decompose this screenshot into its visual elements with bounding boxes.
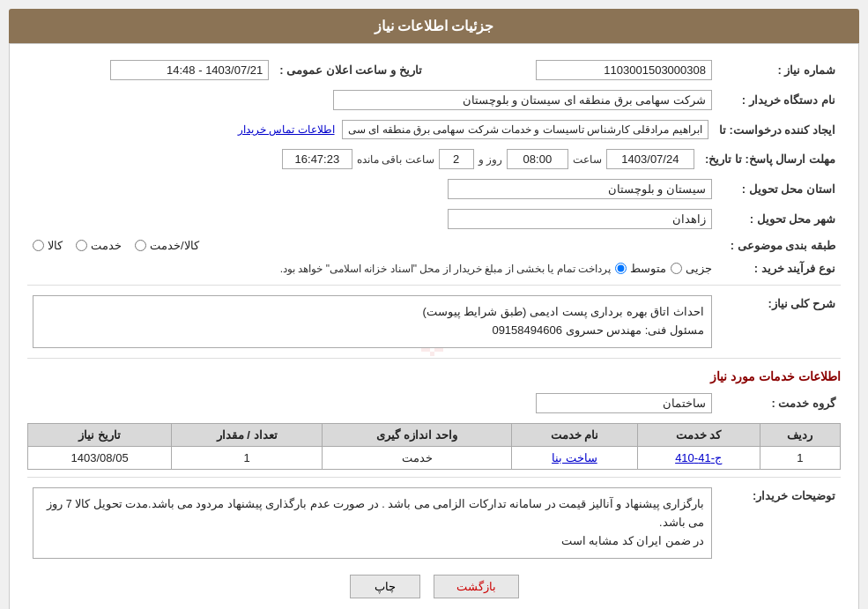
info-gorohe: گروه خدمت : ساختمان <box>27 390 841 416</box>
shahr-value: زاهدان <box>27 206 717 232</box>
sharh-value: احداث اتاق بهره برداری پست ادیمی (طبق شر… <box>27 293 717 351</box>
mohlat-time: 08:00 <box>507 149 568 169</box>
saeat-label: ساعت <box>573 153 602 166</box>
radio-motevasset[interactable] <box>615 263 627 274</box>
cell-naam[interactable]: ساخت بنا <box>512 446 637 469</box>
info-notes: توضیحات خریدار: بارگزاری پیشنهاد و آنالی… <box>27 485 841 562</box>
radio-kala[interactable] <box>33 240 44 251</box>
mohlat-date: 1403/07/24 <box>606 149 694 169</box>
radio-kala-item[interactable]: کالا <box>33 239 63 252</box>
radio-jozi[interactable] <box>671 263 682 274</box>
print-button[interactable]: چاپ <box>350 575 420 598</box>
info-sharh: شرح کلی نیاز: احداث اتاق بهره برداری پست… <box>27 293 841 351</box>
content-area: شماره نیاز : 1103001503000308 تاریخ و سا… <box>27 57 841 598</box>
back-button[interactable]: بازگشت <box>434 575 519 598</box>
radio-kala-label: کالا <box>48 239 63 252</box>
remaining-label: ساعت باقی مانده <box>357 153 434 166</box>
nam-dastgah-box: شرکت سهامی برق منطقه ای سیستان و بلوچستا… <box>333 90 712 110</box>
cell-vahed: خدمت <box>322 446 511 469</box>
service-section-title: اطلاعات خدمات مورد نیاز <box>27 369 841 383</box>
mohlat-label: مهلت ارسال پاسخ: تا تاریخ: <box>700 146 841 172</box>
info-row-6: شهر محل تحویل : زاهدان <box>27 206 841 232</box>
buyer-notes-box: بارگزاری پیشنهاد و آنالیز قیمت در سامانه… <box>33 487 712 560</box>
tarikh-value: 1403/07/21 - 14:48 <box>27 57 274 83</box>
shahr-box: زاهدان <box>448 209 712 229</box>
col-kod: کد خدمت <box>637 423 760 446</box>
divider-2 <box>27 358 841 359</box>
gorohe-box: ساختمان <box>536 393 712 413</box>
shomara-box: 1103001503000308 <box>536 60 712 80</box>
notes-line2: در ضمن ایران کد مشابه است <box>41 532 704 551</box>
divider-1 <box>27 285 841 286</box>
info-row-3: ایجاد کننده درخواست: تا ابراهیم مرادقلی … <box>27 117 841 142</box>
notes-line1: بارگزاری پیشنهاد و آنالیز قیمت در سامانه… <box>41 495 704 533</box>
farayand-row: جزیی متوسط پرداخت تمام یا بخشی از مبلغ خ… <box>33 262 712 275</box>
mohlat-row: 1403/07/24 ساعت 08:00 روز و 2 ساعت باقی … <box>33 149 694 169</box>
divider-3 <box>27 477 841 478</box>
radio-motevasset-label: متوسط <box>630 262 666 275</box>
col-tedad: تعداد / مقدار <box>172 423 323 446</box>
service-table-header-row: ردیف کد خدمت نام خدمت واحد اندازه گیری ت… <box>28 423 841 446</box>
gorohe-value: ساختمان <box>27 390 717 416</box>
shomara-value: 1103001503000308 <box>445 57 717 83</box>
cell-tedad: 1 <box>172 446 323 469</box>
service-table: ردیف کد خدمت نام خدمت واحد اندازه گیری ت… <box>27 423 841 470</box>
ostan-label: استان محل تحویل : <box>717 176 841 202</box>
nam-dastgah-label: نام دستگاه خریدار : <box>717 87 841 113</box>
noue-farayand-value: جزیی متوسط پرداخت تمام یا بخشی از مبلغ خ… <box>27 259 717 278</box>
info-row-5: استان محل تحویل : سیستان و بلوچستان <box>27 176 841 202</box>
nam-dastgah-value: شرکت سهامی برق منطقه ای سیستان و بلوچستا… <box>27 87 717 113</box>
shahr-label: شهر محل تحویل : <box>717 206 841 232</box>
col-vahed: واحد اندازه گیری <box>322 423 511 446</box>
info-row-8: نوع فرآیند خرید : جزیی متوسط پرداخت <box>27 259 841 278</box>
radio-kala-khadamat-label: کالا/خدمت <box>150 239 199 252</box>
radio-motevasset-item[interactable]: متوسط <box>615 262 666 275</box>
ijad-label: ایجاد کننده درخواست: تا <box>714 117 841 142</box>
info-row-1: شماره نیاز : 1103001503000308 تاریخ و سا… <box>27 57 841 83</box>
buyer-notes-value: بارگزاری پیشنهاد و آنالیز قیمت در سامانه… <box>27 485 717 562</box>
gorohe-label: گروه خدمت : <box>717 390 841 416</box>
sharh-line2: مسئول فنی: مهندس حسروی 09158494606 <box>41 322 704 340</box>
buyer-notes-label: توضیحات خریدار: <box>717 485 841 562</box>
ostan-value: سیستان و بلوچستان <box>27 176 717 202</box>
sharh-line1: احداث اتاق بهره برداری پست ادیمی (طبق شر… <box>41 303 704 322</box>
col-naam: نام خدمت <box>512 423 637 446</box>
radio-khadamat-label: خدمت <box>91 239 122 252</box>
tarikh-box: 1403/07/21 - 14:48 <box>110 60 269 80</box>
page-title: جزئیات اطلاعات نیاز <box>9 9 859 43</box>
sharh-label: شرح کلی نیاز: <box>717 293 841 351</box>
main-container: 🛡 شماره نیاز : 1103001503000308 تاریخ و … <box>9 43 859 609</box>
radio-jozi-item[interactable]: جزیی <box>671 262 712 275</box>
table-row: 1 ج-41-410 ساخت بنا خدمت 1 1403/08/05 <box>28 446 841 469</box>
cell-radif: 1 <box>760 446 840 469</box>
shomara-label: شماره نیاز : <box>717 57 841 83</box>
ostan-box: سیستان و بلوچستان <box>448 179 712 199</box>
cell-tarikh: 1403/08/05 <box>28 446 172 469</box>
page-wrapper: جزئیات اطلاعات نیاز 🛡 شماره نیاز : 11030… <box>0 0 868 609</box>
radio-kala-khadamat-item[interactable]: کالا/خدمت <box>135 239 199 252</box>
remaining-value: 16:47:23 <box>282 149 352 169</box>
tabaqe-radios: کالا خدمت کالا/خدمت <box>33 239 712 252</box>
info-row-7: طبقه بندی موضوعی : کالا خدمت <box>27 236 841 255</box>
ijad-box: ابراهیم مرادقلی کارشناس تاسیسات و خدمات … <box>342 120 708 139</box>
info-row-2: نام دستگاه خریدار : شرکت سهامی برق منطقه… <box>27 87 841 113</box>
radio-khadamat[interactable] <box>76 240 87 251</box>
contact-link[interactable]: اطلاعات تماس خریدار <box>238 123 335 136</box>
sharh-box: احداث اتاق بهره برداری پست ادیمی (طبق شر… <box>33 295 712 348</box>
info-row-4: مهلت ارسال پاسخ: تا تاریخ: 1403/07/24 سا… <box>27 146 841 172</box>
noue-farayand-label: نوع فرآیند خرید : <box>717 259 841 278</box>
mohlat-value: 1403/07/24 ساعت 08:00 روز و 2 ساعت باقی … <box>27 146 700 172</box>
days-value: 2 <box>439 149 474 169</box>
farayand-desc: پرداخت تمام یا بخشی از مبلغ خریدار از مح… <box>280 263 611 275</box>
service-table-head: ردیف کد خدمت نام خدمت واحد اندازه گیری ت… <box>28 423 841 446</box>
tabaqe-label: طبقه بندی موضوعی : <box>717 236 841 255</box>
tabaqe-value: کالا خدمت کالا/خدمت <box>27 236 717 255</box>
ijad-value: ابراهیم مرادقلی کارشناس تاسیسات و خدمات … <box>27 117 714 142</box>
days-label: روز و <box>479 153 502 166</box>
col-radif: ردیف <box>760 423 840 446</box>
cell-kod[interactable]: ج-41-410 <box>637 446 760 469</box>
buttons-row: بازگشت چاپ <box>27 575 841 598</box>
radio-khadamat-item[interactable]: خدمت <box>76 239 122 252</box>
radio-kala-khadamat[interactable] <box>135 240 146 251</box>
col-tarikh: تاریخ نیاز <box>28 423 172 446</box>
